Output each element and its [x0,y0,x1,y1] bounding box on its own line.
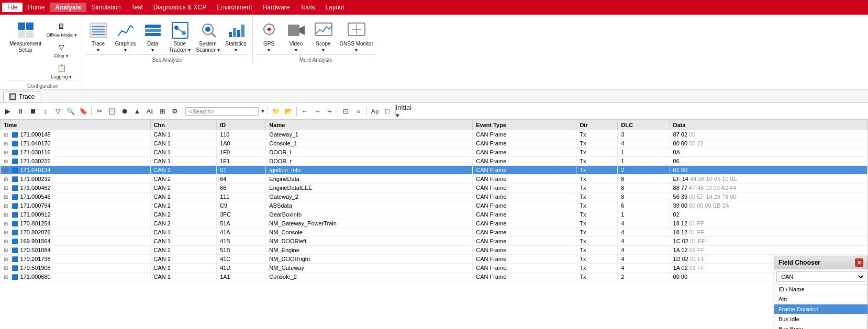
toolbar-btn-folder[interactable]: 📁 [270,106,282,117]
toolbar-btn-search-prev[interactable]: 🔍 [65,106,76,117]
field-chooser-item[interactable]: Bus Busy [774,324,867,329]
table-row[interactable]: ⊞ 🟦 170.201738 CAN 1 41C NM_DOORright CA… [1,255,867,264]
field-chooser-item[interactable]: ID / Name [774,285,867,294]
expand-icon[interactable]: ⊞ [4,194,8,200]
ribbon-btn-gnss-monitor[interactable]: GNSS Monitor▾ [338,19,375,54]
menu-file[interactable]: File [2,3,23,12]
toolbar-btn-cut[interactable]: ✂ [94,106,105,117]
ribbon-btn-measurement-setup[interactable]: MeasurementSetup [7,19,43,54]
toolbar-btn-bookmark[interactable]: 🔖 [77,106,89,117]
menu-analysis[interactable]: Analysis [50,3,86,12]
toolbar-btn-at[interactable]: At [144,106,155,117]
table-row[interactable]: ⊞ 🟦 171.000232 CAN 2 64 EngineData CAN F… [1,175,867,184]
ribbon-btn-graphics[interactable]: Graphics▾ [113,19,139,54]
toolbar-btn-pause2[interactable]: ⏺ [119,106,130,117]
toolbar-btn-copy-table[interactable]: ⊡ [340,106,352,117]
expand-icon[interactable]: ⊞ [4,247,8,253]
field-chooser-item[interactable]: Frame Duration [774,304,867,314]
field-chooser-select[interactable]: CANLINFlexRayEthernet [776,271,865,282]
toolbar-btn-up[interactable]: ▲ [131,106,143,117]
table-row[interactable]: ⊞ 🟦 171.040170 CAN 1 1A0 Console_1 CAN F… [1,139,867,148]
toolbar-btn-run[interactable]: ▶ [2,106,14,117]
toolbar-btn-filter2[interactable]: ▽ [52,106,64,117]
menu-test[interactable]: Test [126,3,148,12]
expand-icon[interactable]: ⊞ [4,167,8,173]
ribbon-btn-statistics[interactable]: Statistics▾ [223,19,249,54]
ribbon-btn-filter[interactable]: ▽ Filter ▾ [44,40,78,60]
ribbon-btn-logging[interactable]: 📋 Logging ▾ [44,61,78,81]
table-row[interactable]: ⊞ 🟦 170.501084 CAN 2 51B NM_Engine CAN F… [1,246,867,255]
toolbar-btn-jump[interactable]: ⤷ [324,106,336,117]
search-input[interactable] [185,107,259,116]
table-row[interactable]: ⊞ 🟦 169.901564 CAN 1 41B NM_DOORleft CAN… [1,237,867,246]
table-row[interactable]: ⊞ 🟦 170.801254 CAN 2 51A NM_Gateway_Powe… [1,219,867,228]
table-row[interactable]: ⊞ 🟦 171.000148 CAN 1 110 Gateway_1 CAN F… [1,130,867,139]
field-chooser-item[interactable]: Attr [774,294,867,304]
toolbar-btn-open[interactable]: 📂 [283,106,294,117]
menu-tools[interactable]: Tools [295,3,320,12]
toolbar-btn-format[interactable]: Ap [369,106,381,117]
cell-name: NM_DOORright [266,255,473,264]
menu-layout[interactable]: Layout [320,3,350,12]
menu-home[interactable]: Home [23,3,50,12]
ribbon-btn-offline-mode[interactable]: 🖥 Offline Mode ▾ [44,19,78,39]
toolbar-btn-initial[interactable]: Initial ▾ [398,106,409,117]
expand-icon[interactable]: ⊞ [4,221,8,226]
ribbon-btn-video[interactable]: Video▾ [283,19,309,54]
expand-icon[interactable]: ⊞ [4,132,8,138]
menu-hardware[interactable]: Hardware [258,3,295,12]
menu-environment[interactable]: Environment [212,3,257,12]
table-row[interactable]: ⊞ 🟦 171.000462 CAN 2 66 EngineDataIEEE C… [1,184,867,192]
expand-icon[interactable]: ⊞ [4,274,8,280]
tab-trace[interactable]: 🔲 Trace [3,92,40,101]
menu-simulation[interactable]: Simulation [86,3,126,12]
cell-dlc: 4 [618,139,670,148]
cell-time: ⊞ 🟦 171.000912 [1,210,151,219]
expand-icon[interactable]: ⊞ [4,239,8,244]
toolbar-btn-left[interactable]: ← [299,106,310,117]
menu-diagnostics[interactable]: Diagnostics & XCP [148,3,212,12]
expand-icon[interactable]: ⊞ [4,212,8,218]
expand-icon[interactable]: ⊞ [4,230,8,235]
ribbon-btn-data[interactable]: Data▾ [140,19,166,54]
search-dropdown-arrow[interactable]: ▼ [260,108,265,114]
toolbar-btn-right[interactable]: → [311,106,323,117]
cell-dlc: 2 [618,273,670,281]
toolbar-btn-copy[interactable]: 📋 [106,106,118,117]
table-row[interactable]: ⊞ 🟦 170.501908 CAN 1 41D NM_Gateway CAN … [1,264,867,273]
toolbar-btn-stop[interactable]: ⏹ [27,106,39,117]
ribbon-btn-scope[interactable]: Scope▾ [310,19,337,54]
field-chooser-close-button[interactable]: ✕ [855,258,863,267]
expand-icon[interactable]: ⊞ [4,141,8,146]
expand-icon[interactable]: ⊞ [4,185,8,191]
table-row[interactable]: ⊞ 🟦 171.000546 CAN 1 111 Gateway_2 CAN F… [1,192,867,201]
statistics-label: Statistics▾ [226,41,247,53]
ribbon-btn-system-scanner[interactable]: SystemScanner ▾ [194,19,222,54]
expand-icon[interactable]: ⊞ [4,256,8,262]
toolbar-btn-scroll[interactable]: ↕ [40,106,51,117]
table-row[interactable]: ⊞ 🟦 170.802076 CAN 1 41A NM_Console CAN … [1,228,867,237]
expand-icon[interactable]: ⊞ [4,158,8,164]
toolbar-btn-color[interactable]: □ [382,106,393,117]
toolbar-btn-grid[interactable]: ⊞ [157,106,168,117]
table-row[interactable]: ⊞ 🟦 171.000912 CAN 2 3FC GearBoxInfo CAN… [1,210,867,219]
cell-dir: Tx [576,219,618,228]
ribbon-btn-trace[interactable]: Trace▾ [85,19,112,54]
toolbar-btn-rows[interactable]: ≡ [353,106,364,117]
expand-icon[interactable]: ⊞ [4,265,8,271]
ribbon-btn-state-tracker[interactable]: StateTracker ▾ [167,19,193,54]
table-row[interactable]: ⊞ 🟦 171.000680 CAN 1 1A1 Console_2 CAN F… [1,273,867,281]
ribbon-btn-gps[interactable]: GPS▾ [256,19,282,54]
table-row[interactable]: ⊞ 🟦 171.040134 CAN 2 67 Ignition_Info CA… [1,166,867,175]
table-row[interactable]: ⊞ 🟦 171.030116 CAN 1 1F0 DOOR_l CAN Fram… [1,148,867,157]
toolbar-btn-settings[interactable]: ⚙ [169,106,181,117]
table-row[interactable]: ⊞ 🟦 171.000794 CAN 2 C9 ABSdata CAN Fram… [1,201,867,210]
expand-icon[interactable]: ⊞ [4,150,8,155]
expand-icon[interactable]: ⊞ [4,203,8,209]
toolbar-btn-pause[interactable]: ⏸ [15,106,26,117]
field-chooser-item[interactable]: Bus Idle [774,314,867,324]
table-row[interactable]: ⊞ 🟦 171.030232 CAN 1 1F1 DOOR_r CAN Fram… [1,157,867,166]
svg-rect-9 [145,25,161,28]
cell-data: 87 02 00 [670,130,867,139]
expand-icon[interactable]: ⊞ [4,176,8,182]
